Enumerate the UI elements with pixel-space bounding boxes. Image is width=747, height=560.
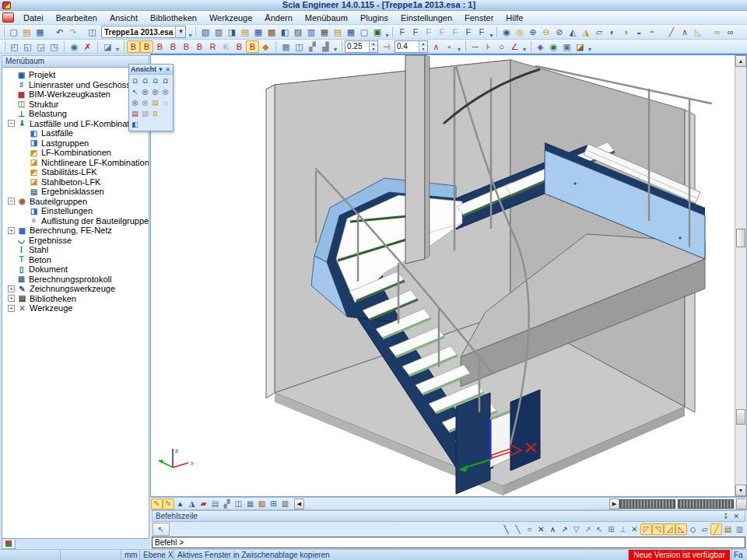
mesh-icon[interactable]: ▦ (279, 40, 293, 53)
status-plane[interactable]: Ebene XY (140, 550, 174, 560)
snap-ortho-icon[interactable]: ⊥ (617, 523, 629, 535)
scale-left-icon[interactable]: ⊣ (380, 40, 393, 53)
status-units[interactable]: mm (121, 550, 140, 560)
collapse-icon[interactable]: − (8, 198, 15, 205)
redo-icon[interactable]: ↷ (66, 26, 79, 38)
view-preset-2-icon[interactable]: F (409, 26, 422, 38)
menu-werkzeuge[interactable]: Werkzeuge (203, 12, 258, 24)
toolbar-handle[interactable] (464, 41, 466, 51)
3d-canvas[interactable]: z x (151, 55, 735, 496)
expand-icon[interactable]: + (8, 227, 15, 234)
angle-tool-icon[interactable]: ∠ (508, 40, 521, 53)
open-view-icon[interactable]: ▤ (150, 97, 160, 108)
expand-icon[interactable]: + (8, 285, 15, 292)
tree-item-berechnung-fe-netz[interactable]: +▦Berechnung, FE-Netz (5, 226, 149, 236)
menu-plugins[interactable]: Plugins (354, 12, 395, 24)
load-combi-icon[interactable]: B (246, 40, 259, 53)
spinner-down-icon[interactable]: ▼ (370, 47, 377, 52)
roof-angle-icon[interactable]: ∧ (430, 40, 443, 53)
render-mode-icon[interactable]: ▞ (221, 499, 233, 509)
snap-peak-icon[interactable]: ∧ (547, 523, 559, 535)
snap-grid-icon[interactable]: ⊞ (605, 523, 617, 535)
toggle-supports-icon[interactable]: Ω (130, 75, 140, 86)
zoom-window-icon[interactable]: ◎ (160, 86, 170, 97)
snap-slash-icon[interactable]: ╱ (710, 523, 722, 535)
toolbar-overflow-icon[interactable]: ▾ (115, 46, 121, 53)
paste-picture-icon[interactable]: ▦ (251, 26, 265, 38)
tree-item-bibliotheken[interactable]: +▤Bibliotheken (5, 294, 149, 304)
toolbar-handle[interactable] (496, 27, 497, 37)
save-project-icon[interactable]: ▦ (33, 26, 47, 38)
expand-icon[interactable]: + (8, 295, 15, 302)
3d-viewport[interactable]: z x ▲ ▼ (150, 54, 747, 497)
expand-icon[interactable]: + (8, 305, 15, 312)
clipping-box-icon[interactable]: B (150, 108, 160, 119)
snap-corner-ne-icon[interactable]: ◹ (652, 523, 664, 535)
snap-bar-icon[interactable]: ▤ (722, 523, 734, 535)
tree-item-ergebnisklassen[interactable]: ▤Ergebnisklassen (5, 187, 149, 197)
layer-icon[interactable]: ◪ (573, 40, 587, 53)
gem-icon[interactable]: ◈ (534, 40, 547, 53)
toolbar-handle[interactable] (122, 41, 124, 51)
view-direction-icon[interactable]: ▲ (174, 499, 186, 509)
snap-midpoint-icon[interactable]: ◇ (687, 523, 699, 535)
offset-spinner[interactable]: 0.4 ▲▼ (395, 40, 428, 53)
menu-fenster[interactable]: Fenster (458, 12, 500, 24)
grid-icon[interactable]: ▦ (244, 499, 256, 509)
toolbar-overflow-icon[interactable]: ▾ (384, 32, 390, 39)
tree-item-projekt[interactable]: ▣Projekt (5, 70, 149, 80)
plane-tool-icon[interactable]: ▱ (592, 26, 605, 38)
menu-einstellungen[interactable]: Einstellungen (395, 12, 458, 24)
line-tool-icon[interactable]: ─ (468, 40, 482, 53)
snap-corner-sw-icon[interactable]: ◺ (675, 523, 687, 535)
panel-tab-menubaum[interactable] (2, 540, 16, 549)
view-preset-3-icon[interactable]: F (422, 26, 435, 38)
tree-item-belastung[interactable]: ⊥Belastung (5, 109, 149, 119)
edit-rendered-icon[interactable]: ✎ (163, 499, 174, 509)
load-roof-icon[interactable]: B (167, 40, 180, 53)
export-icon[interactable]: ▣ (370, 26, 384, 38)
add-view-icon[interactable]: ⊞ (268, 499, 279, 509)
combo-dropdown-icon[interactable]: ▼ (175, 26, 185, 37)
rotate-up-icon[interactable]: ◭ (566, 26, 579, 38)
result-a-icon[interactable]: ▞ (306, 40, 319, 53)
edit-wireframe-icon[interactable]: ✎ (151, 499, 163, 509)
snap-tangent-icon[interactable]: ↗ (582, 523, 594, 535)
circle-tool-icon[interactable]: ○ (495, 40, 508, 53)
update-badge[interactable]: Neue Version ist verfügbar (629, 550, 730, 560)
view-preset-6-icon[interactable]: F (461, 26, 475, 38)
load-dot-icon[interactable]: B (193, 40, 206, 53)
load-minus-icon[interactable]: B (233, 40, 246, 53)
select-line-icon[interactable]: ╱ (665, 26, 678, 38)
spinner-buttons[interactable]: ▲▼ (369, 41, 377, 52)
document-icon[interactable]: ▨ (291, 26, 304, 38)
print-icon[interactable]: ▥ (212, 26, 225, 38)
toggle-loads-icon[interactable]: Ω (140, 75, 150, 86)
load-point-icon[interactable]: ◆ (259, 40, 272, 53)
view-preset-1-icon[interactable]: F (395, 26, 409, 38)
toolbar-handle[interactable] (391, 27, 393, 37)
toolbar-overflow-icon[interactable]: ▾ (489, 32, 494, 39)
snap-intersection-icon[interactable]: ✕ (535, 523, 547, 535)
half-bottom-icon[interactable]: ◒ (632, 26, 645, 38)
toolbar-overflow-icon[interactable]: ▾ (522, 46, 528, 53)
tree-item-lastfälle[interactable]: ◧Lastfälle (5, 128, 149, 138)
view-preset-4-icon[interactable]: F (435, 26, 448, 38)
menu-datei[interactable]: Datei (17, 12, 50, 24)
spinner-buttons[interactable]: ▲▼ (419, 41, 427, 52)
project-file-combo[interactable]: Treppe1a 2013.esa ▼ (101, 26, 186, 38)
collapse-icon[interactable]: − (8, 120, 15, 127)
ansicht-palette-header[interactable]: Ansicht ▼ ✕ (129, 65, 173, 75)
print-data-icon[interactable]: ▥ (304, 26, 317, 38)
flag-icon[interactable]: ▰ (198, 499, 209, 509)
tree-item-linienraster-und-geschosse[interactable]: ♯Linienraster und Geschosse (5, 80, 149, 90)
scroll-up-icon[interactable]: ▲ (735, 55, 746, 67)
toolbar-handle[interactable] (3, 27, 5, 37)
snap-arc-icon[interactable]: ↗ (559, 523, 570, 535)
horizontal-scroll-thumb[interactable] (619, 499, 675, 509)
view-preset-5-icon[interactable]: F (448, 26, 461, 38)
pin-icon[interactable]: ↧ (721, 513, 731, 520)
open-project-icon[interactable]: ▤ (20, 26, 33, 38)
activity-icon[interactable]: ◪ (101, 40, 114, 53)
ansicht-palette[interactable]: Ansicht ▼ ✕ ΩΩΩΩ ↖◎◎◎ ◎◎▤☼ ▤▤B ◧ (128, 64, 174, 131)
